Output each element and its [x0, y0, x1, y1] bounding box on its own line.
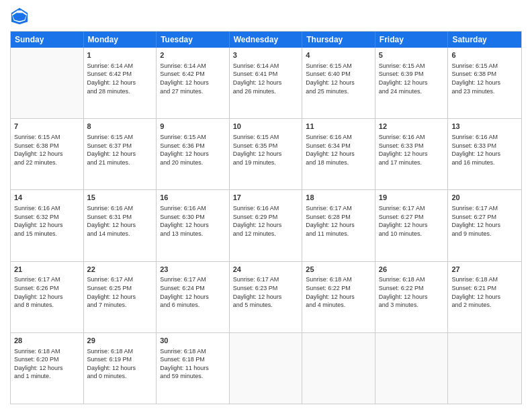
day-info: Sunrise: 6:16 AM Sunset: 6:29 PM Dayligh…	[233, 204, 299, 238]
logo	[10, 7, 32, 26]
day-number: 17	[233, 193, 299, 203]
cal-cell: 18Sunrise: 6:17 AM Sunset: 6:28 PM Dayli…	[302, 190, 375, 261]
day-number: 13	[451, 122, 518, 132]
cal-cell: 17Sunrise: 6:16 AM Sunset: 6:29 PM Dayli…	[230, 190, 303, 261]
cal-cell: 19Sunrise: 6:17 AM Sunset: 6:27 PM Dayli…	[375, 190, 449, 261]
day-info: Sunrise: 6:16 AM Sunset: 6:34 PM Dayligh…	[306, 133, 371, 167]
cal-week-row: 14Sunrise: 6:16 AM Sunset: 6:32 PM Dayli…	[11, 190, 521, 261]
cal-cell: 30Sunrise: 6:18 AM Sunset: 6:18 PM Dayli…	[157, 333, 230, 404]
day-number: 7	[14, 122, 80, 132]
cal-header-day: Tuesday	[157, 32, 230, 48]
cal-cell: 29Sunrise: 6:18 AM Sunset: 6:19 PM Dayli…	[84, 333, 157, 404]
cal-cell: 8Sunrise: 6:15 AM Sunset: 6:37 PM Daylig…	[84, 119, 157, 189]
cal-cell: 7Sunrise: 6:15 AM Sunset: 6:38 PM Daylig…	[11, 119, 84, 189]
day-info: Sunrise: 6:17 AM Sunset: 6:25 PM Dayligh…	[87, 275, 153, 309]
cal-cell: 23Sunrise: 6:17 AM Sunset: 6:24 PM Dayli…	[157, 262, 230, 332]
cal-cell: 6Sunrise: 6:15 AM Sunset: 6:38 PM Daylig…	[448, 48, 521, 118]
day-info: Sunrise: 6:15 AM Sunset: 6:37 PM Dayligh…	[87, 133, 153, 167]
day-info: Sunrise: 6:18 AM Sunset: 6:18 PM Dayligh…	[160, 347, 226, 381]
day-info: Sunrise: 6:17 AM Sunset: 6:24 PM Dayligh…	[160, 275, 226, 309]
day-info: Sunrise: 6:18 AM Sunset: 6:22 PM Dayligh…	[379, 275, 445, 309]
cal-cell: 28Sunrise: 6:18 AM Sunset: 6:20 PM Dayli…	[11, 333, 84, 404]
day-info: Sunrise: 6:17 AM Sunset: 6:28 PM Dayligh…	[306, 204, 371, 238]
cal-cell	[448, 333, 521, 404]
cal-cell: 1Sunrise: 6:14 AM Sunset: 6:42 PM Daylig…	[84, 48, 157, 118]
day-info: Sunrise: 6:15 AM Sunset: 6:36 PM Dayligh…	[160, 133, 226, 167]
cal-cell	[375, 333, 449, 404]
cal-cell: 25Sunrise: 6:18 AM Sunset: 6:22 PM Dayli…	[302, 262, 375, 332]
day-number: 14	[14, 193, 80, 203]
cal-cell: 11Sunrise: 6:16 AM Sunset: 6:34 PM Dayli…	[302, 119, 375, 189]
day-number: 4	[306, 50, 371, 60]
day-info: Sunrise: 6:15 AM Sunset: 6:40 PM Dayligh…	[306, 62, 371, 95]
day-number: 5	[379, 50, 445, 60]
cal-week-row: 7Sunrise: 6:15 AM Sunset: 6:38 PM Daylig…	[11, 119, 521, 190]
day-number: 19	[379, 193, 445, 203]
day-number: 1	[87, 50, 153, 60]
cal-header-day: Wednesday	[230, 32, 303, 48]
day-number: 26	[379, 265, 445, 275]
cal-header-day: Monday	[84, 32, 157, 48]
cal-cell: 9Sunrise: 6:15 AM Sunset: 6:36 PM Daylig…	[157, 119, 230, 189]
day-info: Sunrise: 6:16 AM Sunset: 6:32 PM Dayligh…	[14, 204, 80, 238]
calendar-header: SundayMondayTuesdayWednesdayThursdayFrid…	[11, 32, 521, 48]
day-info: Sunrise: 6:18 AM Sunset: 6:20 PM Dayligh…	[14, 347, 80, 381]
day-number: 30	[160, 336, 226, 346]
cal-week-row: 28Sunrise: 6:18 AM Sunset: 6:20 PM Dayli…	[11, 333, 521, 404]
day-info: Sunrise: 6:16 AM Sunset: 6:30 PM Dayligh…	[160, 204, 226, 238]
cal-cell: 10Sunrise: 6:15 AM Sunset: 6:35 PM Dayli…	[230, 119, 303, 189]
cal-cell	[302, 333, 375, 404]
day-info: Sunrise: 6:16 AM Sunset: 6:33 PM Dayligh…	[451, 133, 518, 167]
day-number: 27	[451, 265, 518, 275]
header	[10, 7, 522, 26]
day-info: Sunrise: 6:16 AM Sunset: 6:31 PM Dayligh…	[87, 204, 153, 238]
day-number: 16	[160, 193, 226, 203]
cal-cell: 24Sunrise: 6:17 AM Sunset: 6:23 PM Dayli…	[230, 262, 303, 332]
day-number: 22	[87, 265, 153, 275]
cal-cell: 4Sunrise: 6:15 AM Sunset: 6:40 PM Daylig…	[302, 48, 375, 118]
cal-cell: 5Sunrise: 6:15 AM Sunset: 6:39 PM Daylig…	[375, 48, 449, 118]
day-number: 29	[87, 336, 153, 346]
cal-week-row: 21Sunrise: 6:17 AM Sunset: 6:26 PM Dayli…	[11, 262, 521, 333]
day-number: 11	[306, 122, 371, 132]
day-info: Sunrise: 6:18 AM Sunset: 6:22 PM Dayligh…	[306, 275, 371, 309]
cal-cell: 22Sunrise: 6:17 AM Sunset: 6:25 PM Dayli…	[84, 262, 157, 332]
cal-week-row: 1Sunrise: 6:14 AM Sunset: 6:42 PM Daylig…	[11, 48, 521, 119]
day-info: Sunrise: 6:15 AM Sunset: 6:38 PM Dayligh…	[14, 133, 80, 167]
day-number: 23	[160, 265, 226, 275]
cal-header-day: Saturday	[448, 32, 521, 48]
cal-header-day: Sunday	[11, 32, 84, 48]
day-number: 25	[306, 265, 371, 275]
svg-marker-2	[13, 13, 27, 21]
cal-header-day: Thursday	[302, 32, 375, 48]
cal-cell	[11, 48, 84, 118]
day-info: Sunrise: 6:17 AM Sunset: 6:27 PM Dayligh…	[451, 204, 518, 238]
day-info: Sunrise: 6:17 AM Sunset: 6:27 PM Dayligh…	[379, 204, 445, 238]
day-info: Sunrise: 6:18 AM Sunset: 6:21 PM Dayligh…	[451, 275, 518, 309]
calendar: SundayMondayTuesdayWednesdayThursdayFrid…	[10, 31, 522, 404]
cal-cell: 14Sunrise: 6:16 AM Sunset: 6:32 PM Dayli…	[11, 190, 84, 261]
cal-cell: 3Sunrise: 6:14 AM Sunset: 6:41 PM Daylig…	[230, 48, 303, 118]
cal-cell: 20Sunrise: 6:17 AM Sunset: 6:27 PM Dayli…	[448, 190, 521, 261]
day-number: 10	[233, 122, 299, 132]
cal-cell: 2Sunrise: 6:14 AM Sunset: 6:42 PM Daylig…	[157, 48, 230, 118]
cal-header-day: Friday	[375, 32, 449, 48]
day-number: 9	[160, 122, 226, 132]
page: SundayMondayTuesdayWednesdayThursdayFrid…	[0, 0, 532, 411]
day-number: 21	[14, 265, 80, 275]
day-info: Sunrise: 6:17 AM Sunset: 6:23 PM Dayligh…	[233, 275, 299, 309]
day-info: Sunrise: 6:15 AM Sunset: 6:38 PM Dayligh…	[451, 62, 518, 95]
cal-cell: 21Sunrise: 6:17 AM Sunset: 6:26 PM Dayli…	[11, 262, 84, 332]
cal-cell: 12Sunrise: 6:16 AM Sunset: 6:33 PM Dayli…	[375, 119, 449, 189]
day-number: 6	[451, 50, 518, 60]
calendar-body: 1Sunrise: 6:14 AM Sunset: 6:42 PM Daylig…	[11, 48, 521, 404]
cal-cell	[230, 333, 303, 404]
cal-cell: 26Sunrise: 6:18 AM Sunset: 6:22 PM Dayli…	[375, 262, 449, 332]
cal-cell: 16Sunrise: 6:16 AM Sunset: 6:30 PM Dayli…	[157, 190, 230, 261]
day-info: Sunrise: 6:17 AM Sunset: 6:26 PM Dayligh…	[14, 275, 80, 309]
day-number: 24	[233, 265, 299, 275]
day-number: 18	[306, 193, 371, 203]
cal-cell: 13Sunrise: 6:16 AM Sunset: 6:33 PM Dayli…	[448, 119, 521, 189]
logo-icon	[10, 7, 29, 26]
cal-cell: 15Sunrise: 6:16 AM Sunset: 6:31 PM Dayli…	[84, 190, 157, 261]
